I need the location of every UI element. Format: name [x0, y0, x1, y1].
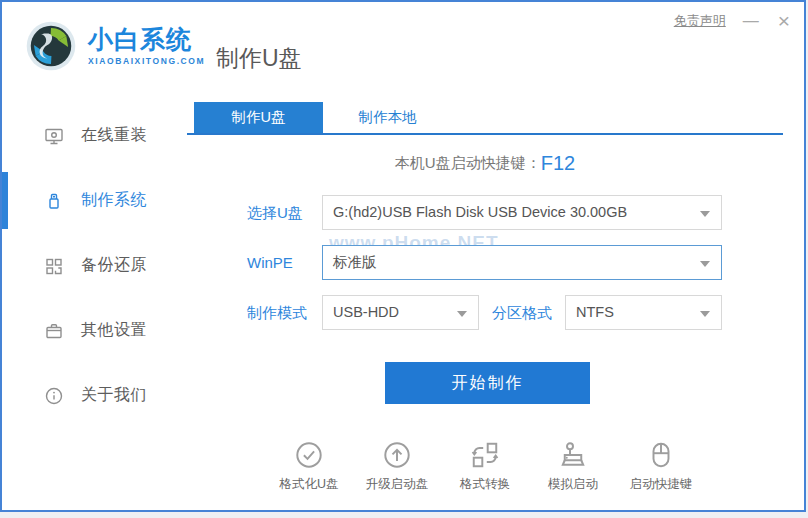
info-icon	[44, 386, 64, 406]
tool-boot-hotkey[interactable]: 启动快捷键	[622, 440, 701, 493]
brand-text: 小白系统 XIAOBAIXITONG.COM	[88, 26, 205, 66]
chevron-down-icon	[700, 311, 710, 317]
bottom-toolbar: 格式化U盘 升级启动盘 格式转换	[187, 440, 783, 493]
tool-label: 格式化U盘	[279, 476, 338, 493]
tool-label: 模拟启动	[548, 476, 598, 493]
convert-icon	[470, 440, 500, 470]
make-mode-label: 制作模式	[247, 295, 307, 330]
active-indicator-bar	[2, 172, 8, 229]
sidebar-item-backup-restore[interactable]: 备份还原	[2, 233, 187, 298]
sidebar-item-label: 关于我们	[81, 385, 147, 406]
tool-format-usb[interactable]: 格式化U盘	[270, 440, 349, 493]
tab-make-local[interactable]: 制作本地	[323, 102, 452, 133]
start-make-button[interactable]: 开始制作	[385, 362, 590, 404]
tab-bar: 制作U盘 制作本地	[187, 102, 783, 135]
sidebar-item-online-reinstall[interactable]: 在线重装	[2, 103, 187, 168]
window-controls: 免责声明 — ×	[674, 11, 792, 31]
make-mode-value: USB-HDD	[333, 304, 399, 320]
winpe-dropdown[interactable]: 标准版	[322, 245, 722, 280]
sidebar-item-other-settings[interactable]: 其他设置	[2, 298, 187, 363]
main-content: 制作U盘 制作本地 本机U盘启动快捷键：F12 选择U盘 G:(hd2)USB …	[187, 96, 804, 510]
joystick-icon	[558, 440, 588, 470]
winpe-label: WinPE	[247, 245, 293, 280]
winpe-value: 标准版	[333, 254, 377, 270]
tool-label: 格式转换	[460, 476, 510, 493]
page-title: 制作U盘	[216, 43, 302, 74]
boot-hotkey-label: 本机U盘启动快捷键：	[395, 154, 541, 171]
make-mode-dropdown[interactable]: USB-HDD	[322, 295, 479, 330]
disclaimer-link[interactable]: 免责声明	[674, 12, 726, 30]
boot-hotkey-value: F12	[541, 152, 575, 174]
brand-domain: XIAOBAIXITONG.COM	[88, 56, 205, 66]
tool-label: 启动快捷键	[630, 476, 693, 493]
usb-select-label: 选择U盘	[247, 195, 303, 230]
title-bar: 小白系统 XIAOBAIXITONG.COM 制作U盘 免责声明 — ×	[2, 2, 804, 96]
close-button[interactable]: ×	[776, 11, 792, 31]
brand-name: 小白系统	[88, 26, 205, 53]
check-circle-icon	[294, 440, 324, 470]
sidebar-item-label: 制作系统	[81, 190, 147, 211]
partition-format-label: 分区格式	[492, 295, 552, 330]
briefcase-icon	[44, 321, 64, 341]
app-logo-icon	[24, 19, 78, 73]
usb-drive-icon	[44, 191, 64, 211]
sidebar-item-label: 备份还原	[81, 255, 147, 276]
chevron-down-icon	[700, 261, 710, 267]
monitor-reinstall-icon	[44, 126, 64, 146]
chevron-down-icon	[700, 211, 710, 217]
usb-select-dropdown[interactable]: G:(hd2)USB Flash Disk USB Device 30.00GB	[322, 195, 722, 230]
sidebar-item-label: 在线重装	[81, 125, 147, 146]
chevron-down-icon	[457, 311, 467, 317]
tab-make-usb[interactable]: 制作U盘	[194, 102, 323, 133]
sidebar-item-label: 其他设置	[81, 320, 147, 341]
usb-select-value: G:(hd2)USB Flash Disk USB Device 30.00GB	[333, 204, 627, 220]
mouse-icon	[646, 440, 676, 470]
tool-format-convert[interactable]: 格式转换	[446, 440, 525, 493]
backup-grid-icon	[44, 256, 64, 276]
tool-upgrade-boot-disk[interactable]: 升级启动盘	[358, 440, 437, 493]
sidebar: 在线重装 制作系统 备份还原	[2, 96, 187, 510]
minimize-button[interactable]: —	[740, 11, 762, 31]
tool-label: 升级启动盘	[366, 476, 429, 493]
sidebar-item-make-system[interactable]: 制作系统	[2, 168, 187, 233]
partition-format-value: NTFS	[576, 304, 614, 320]
arrow-up-circle-icon	[382, 440, 412, 470]
tool-simulate-boot[interactable]: 模拟启动	[534, 440, 613, 493]
partition-format-dropdown[interactable]: NTFS	[565, 295, 722, 330]
boot-hotkey-line: 本机U盘启动快捷键：F12	[187, 152, 783, 180]
app-window: 小白系统 XIAOBAIXITONG.COM 制作U盘 免责声明 — × 在线重…	[0, 0, 806, 512]
sidebar-item-about-us[interactable]: 关于我们	[2, 363, 187, 428]
